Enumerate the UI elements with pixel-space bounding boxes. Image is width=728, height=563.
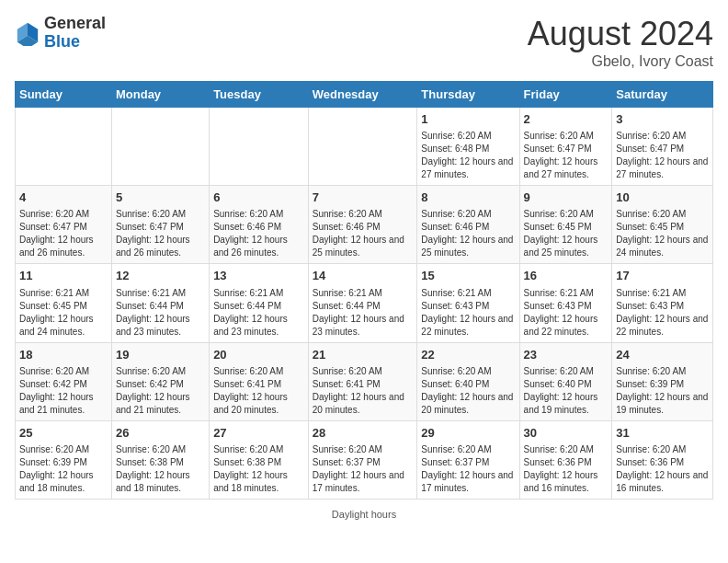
calendar-cell: 14Sunrise: 6:21 AM Sunset: 6:44 PM Dayli… bbox=[308, 264, 417, 342]
calendar-cell: 19Sunrise: 6:20 AM Sunset: 6:42 PM Dayli… bbox=[111, 342, 209, 420]
day-number: 27 bbox=[213, 425, 304, 442]
calendar-cell bbox=[308, 108, 417, 186]
day-info: Sunrise: 6:21 AM Sunset: 6:43 PM Dayligh… bbox=[421, 287, 515, 339]
footer: Daylight hours bbox=[15, 509, 713, 520]
day-number: 1 bbox=[421, 111, 515, 128]
calendar-cell: 24Sunrise: 6:20 AM Sunset: 6:39 PM Dayli… bbox=[612, 342, 713, 420]
day-info: Sunrise: 6:21 AM Sunset: 6:45 PM Dayligh… bbox=[19, 287, 108, 339]
day-info: Sunrise: 6:20 AM Sunset: 6:38 PM Dayligh… bbox=[116, 443, 205, 495]
day-info: Sunrise: 6:20 AM Sunset: 6:40 PM Dayligh… bbox=[524, 365, 609, 417]
day-info: Sunrise: 6:20 AM Sunset: 6:42 PM Dayligh… bbox=[19, 365, 108, 417]
calendar-cell: 1Sunrise: 6:20 AM Sunset: 6:48 PM Daylig… bbox=[417, 108, 519, 186]
header-day: Friday bbox=[519, 82, 612, 108]
day-number: 21 bbox=[313, 347, 414, 363]
calendar-cell bbox=[210, 108, 309, 186]
calendar-cell: 15Sunrise: 6:21 AM Sunset: 6:43 PM Dayli… bbox=[417, 264, 519, 342]
calendar-cell: 27Sunrise: 6:20 AM Sunset: 6:38 PM Dayli… bbox=[210, 420, 309, 499]
calendar-table: SundayMondayTuesdayWednesdayThursdayFrid… bbox=[15, 81, 713, 500]
calendar-cell: 28Sunrise: 6:20 AM Sunset: 6:37 PM Dayli… bbox=[308, 420, 417, 499]
calendar-cell: 6Sunrise: 6:20 AM Sunset: 6:46 PM Daylig… bbox=[210, 186, 309, 264]
logo-icon bbox=[15, 20, 40, 46]
header-day: Tuesday bbox=[210, 82, 309, 108]
calendar-cell: 20Sunrise: 6:20 AM Sunset: 6:41 PM Dayli… bbox=[210, 342, 309, 420]
day-number: 9 bbox=[524, 190, 609, 206]
day-number: 12 bbox=[116, 268, 205, 284]
day-number: 24 bbox=[616, 347, 709, 363]
day-number: 19 bbox=[116, 347, 205, 363]
logo-text: General Blue bbox=[44, 15, 106, 52]
day-number: 17 bbox=[616, 268, 709, 284]
day-number: 29 bbox=[421, 425, 515, 442]
logo-general: General bbox=[44, 14, 106, 32]
day-info: Sunrise: 6:20 AM Sunset: 6:47 PM Dayligh… bbox=[19, 208, 108, 259]
calendar-body: 1Sunrise: 6:20 AM Sunset: 6:48 PM Daylig… bbox=[16, 108, 713, 500]
day-info: Sunrise: 6:20 AM Sunset: 6:45 PM Dayligh… bbox=[524, 208, 609, 259]
calendar-cell: 4Sunrise: 6:20 AM Sunset: 6:47 PM Daylig… bbox=[16, 186, 112, 264]
day-number: 18 bbox=[19, 347, 108, 363]
day-number: 13 bbox=[213, 268, 304, 284]
day-number: 14 bbox=[313, 268, 414, 284]
day-info: Sunrise: 6:20 AM Sunset: 6:48 PM Dayligh… bbox=[421, 130, 515, 181]
header-day: Monday bbox=[111, 82, 209, 108]
day-number: 20 bbox=[213, 347, 304, 363]
calendar-cell: 23Sunrise: 6:20 AM Sunset: 6:40 PM Dayli… bbox=[519, 342, 612, 420]
day-info: Sunrise: 6:21 AM Sunset: 6:43 PM Dayligh… bbox=[524, 287, 609, 339]
header-day: Thursday bbox=[417, 82, 519, 108]
day-number: 31 bbox=[616, 425, 709, 442]
page-header: General Blue August 2024 Gbelo, Ivory Co… bbox=[15, 15, 713, 70]
calendar-cell: 18Sunrise: 6:20 AM Sunset: 6:42 PM Dayli… bbox=[16, 342, 112, 420]
day-number: 2 bbox=[524, 111, 609, 128]
header-day: Wednesday bbox=[308, 82, 417, 108]
day-info: Sunrise: 6:21 AM Sunset: 6:44 PM Dayligh… bbox=[313, 287, 414, 339]
calendar-cell: 31Sunrise: 6:20 AM Sunset: 6:36 PM Dayli… bbox=[612, 420, 713, 499]
calendar-week: 25Sunrise: 6:20 AM Sunset: 6:39 PM Dayli… bbox=[16, 420, 713, 499]
day-info: Sunrise: 6:20 AM Sunset: 6:36 PM Dayligh… bbox=[616, 443, 709, 495]
calendar-cell: 16Sunrise: 6:21 AM Sunset: 6:43 PM Dayli… bbox=[519, 264, 612, 342]
logo-blue: Blue bbox=[44, 32, 80, 51]
calendar-week: 1Sunrise: 6:20 AM Sunset: 6:48 PM Daylig… bbox=[16, 108, 713, 186]
daylight-label: Daylight hours bbox=[332, 509, 396, 520]
subtitle: Gbelo, Ivory Coast bbox=[528, 53, 713, 70]
calendar-cell: 30Sunrise: 6:20 AM Sunset: 6:36 PM Dayli… bbox=[519, 420, 612, 499]
calendar-cell: 8Sunrise: 6:20 AM Sunset: 6:46 PM Daylig… bbox=[417, 186, 519, 264]
day-info: Sunrise: 6:20 AM Sunset: 6:38 PM Dayligh… bbox=[213, 443, 304, 495]
day-info: Sunrise: 6:20 AM Sunset: 6:40 PM Dayligh… bbox=[421, 365, 515, 417]
day-number: 7 bbox=[313, 190, 414, 206]
calendar-cell: 13Sunrise: 6:21 AM Sunset: 6:44 PM Dayli… bbox=[210, 264, 309, 342]
logo: General Blue bbox=[15, 15, 106, 52]
day-info: Sunrise: 6:20 AM Sunset: 6:36 PM Dayligh… bbox=[524, 443, 609, 495]
calendar-cell: 21Sunrise: 6:20 AM Sunset: 6:41 PM Dayli… bbox=[308, 342, 417, 420]
calendar-cell bbox=[111, 108, 209, 186]
calendar-cell: 17Sunrise: 6:21 AM Sunset: 6:43 PM Dayli… bbox=[612, 264, 713, 342]
day-number: 6 bbox=[213, 190, 304, 206]
title-block: August 2024 Gbelo, Ivory Coast bbox=[528, 15, 713, 70]
calendar-cell bbox=[16, 108, 112, 186]
header-day: Saturday bbox=[612, 82, 713, 108]
day-number: 16 bbox=[524, 268, 609, 284]
day-info: Sunrise: 6:20 AM Sunset: 6:46 PM Dayligh… bbox=[421, 208, 515, 259]
day-info: Sunrise: 6:20 AM Sunset: 6:42 PM Dayligh… bbox=[116, 365, 205, 417]
day-number: 8 bbox=[421, 190, 515, 206]
day-number: 26 bbox=[116, 425, 205, 442]
day-info: Sunrise: 6:20 AM Sunset: 6:41 PM Dayligh… bbox=[313, 365, 414, 417]
day-number: 22 bbox=[421, 347, 515, 363]
day-info: Sunrise: 6:20 AM Sunset: 6:46 PM Dayligh… bbox=[213, 208, 304, 259]
calendar-cell: 9Sunrise: 6:20 AM Sunset: 6:45 PM Daylig… bbox=[519, 186, 612, 264]
day-number: 30 bbox=[524, 425, 609, 442]
calendar-cell: 3Sunrise: 6:20 AM Sunset: 6:47 PM Daylig… bbox=[612, 108, 713, 186]
calendar-cell: 25Sunrise: 6:20 AM Sunset: 6:39 PM Dayli… bbox=[16, 420, 112, 499]
main-title: August 2024 bbox=[528, 15, 713, 53]
header-day: Sunday bbox=[16, 82, 112, 108]
day-info: Sunrise: 6:20 AM Sunset: 6:47 PM Dayligh… bbox=[116, 208, 205, 259]
calendar-cell: 5Sunrise: 6:20 AM Sunset: 6:47 PM Daylig… bbox=[111, 186, 209, 264]
day-number: 11 bbox=[19, 268, 108, 284]
calendar-cell: 22Sunrise: 6:20 AM Sunset: 6:40 PM Dayli… bbox=[417, 342, 519, 420]
calendar-cell: 10Sunrise: 6:20 AM Sunset: 6:45 PM Dayli… bbox=[612, 186, 713, 264]
header-row: SundayMondayTuesdayWednesdayThursdayFrid… bbox=[16, 82, 713, 108]
day-number: 5 bbox=[116, 190, 205, 206]
calendar-cell: 7Sunrise: 6:20 AM Sunset: 6:46 PM Daylig… bbox=[308, 186, 417, 264]
day-info: Sunrise: 6:21 AM Sunset: 6:44 PM Dayligh… bbox=[213, 287, 304, 339]
day-info: Sunrise: 6:20 AM Sunset: 6:47 PM Dayligh… bbox=[524, 130, 609, 181]
day-info: Sunrise: 6:20 AM Sunset: 6:39 PM Dayligh… bbox=[19, 443, 108, 495]
day-number: 10 bbox=[616, 190, 709, 206]
